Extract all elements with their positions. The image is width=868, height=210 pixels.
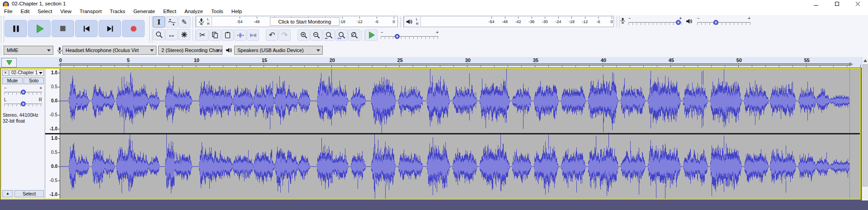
timeline-tick — [860, 65, 861, 67]
play-speed-slider[interactable]: −+ — [381, 30, 439, 40]
skip-to-end-button[interactable] — [99, 20, 121, 37]
trim-outside-selection-icon — [236, 31, 245, 39]
meter-scale-tick — [532, 17, 532, 19]
track-gain-slider-thumb[interactable] — [21, 90, 26, 95]
play-icon — [34, 24, 45, 34]
playback-device-speaker-icon — [225, 46, 232, 54]
timeline[interactable]: 0510152025303540455055 — [0, 57, 868, 68]
track-pan-slider-thumb[interactable] — [21, 101, 26, 106]
meter-db-label: -54 — [486, 19, 497, 24]
zoom-in-icon — [300, 31, 308, 39]
track-gain-slider-min-label: − — [4, 86, 7, 91]
zoom-tool-button[interactable] — [153, 29, 165, 40]
timeline-label: 0 — [59, 57, 62, 63]
timeline-label: 5 — [127, 57, 130, 63]
playback-volume-speaker-icon — [685, 18, 693, 27]
amp-scale-label: -1.0 — [50, 126, 57, 131]
transport-toolbar-gripper[interactable] — [1, 16, 4, 43]
multi-tool-button[interactable] — [178, 29, 190, 40]
amp-scale-label: 0.5 — [51, 150, 57, 155]
track-pan-slider[interactable]: LR — [4, 98, 42, 108]
solo-button[interactable]: Solo — [24, 77, 44, 84]
cut-icon: ✂ — [199, 31, 205, 39]
silence-selection-button[interactable] — [247, 29, 259, 41]
paste-button[interactable] — [222, 29, 234, 41]
menu-item-file[interactable]: File — [0, 8, 17, 15]
menu-item-tools[interactable]: Tools — [207, 8, 227, 15]
recording-device-dropdown[interactable]: Headset Microphone (Oculus Virt — [62, 46, 156, 55]
menu-item-help[interactable]: Help — [227, 8, 246, 15]
maximize-button[interactable] — [826, 0, 847, 8]
scroll-up-arrow-icon[interactable] — [863, 59, 867, 62]
envelope-tool-button[interactable] — [165, 16, 178, 28]
meter-db-label: 0 — [606, 19, 617, 24]
timeline-ruler[interactable]: 0510152025303540455055 — [60, 57, 862, 67]
menu-item-view[interactable]: View — [56, 8, 75, 15]
timeline-label: 55 — [804, 57, 810, 63]
selection-tool-button[interactable]: I — [153, 16, 165, 28]
pause-button[interactable] — [5, 20, 27, 37]
play-button[interactable] — [28, 20, 51, 37]
amp-scale-label: 1.0 — [51, 70, 57, 75]
track-select-button[interactable]: Select — [14, 190, 44, 197]
minimize-button[interactable] — [806, 0, 826, 8]
close-button[interactable] — [847, 0, 868, 8]
zoom-out-button[interactable] — [310, 29, 322, 41]
menu-item-effect[interactable]: Effect — [159, 8, 180, 15]
fit-project-button[interactable] — [335, 29, 348, 41]
skip-to-start-icon — [82, 24, 91, 33]
timeline-scrub-bar[interactable] — [60, 63, 849, 66]
menu-item-edit[interactable]: Edit — [17, 8, 34, 15]
draw-tool-button[interactable]: ✎ — [178, 16, 190, 28]
edit-toolbar-gripper[interactable] — [193, 30, 196, 41]
play-speed-slider-thumb[interactable] — [395, 34, 400, 39]
undo-button[interactable]: ↶ — [266, 29, 278, 41]
skip-to-start-button[interactable] — [75, 20, 98, 37]
playback-meter[interactable]: L R -54-48-42-36-30-24-18-12-60 — [404, 16, 614, 27]
copy-button[interactable] — [209, 29, 221, 41]
recording-volume-slider-thumb[interactable] — [676, 20, 681, 25]
zoom-toggle-button[interactable] — [348, 29, 360, 41]
cut-button[interactable]: ✂ — [196, 29, 208, 41]
toolbar-region: I✎↔ L R -54-48-42-36-30-24-18-12-60 Clic… — [0, 15, 868, 44]
playback-volume-slider[interactable]: −+ — [697, 16, 750, 26]
zoom-toggle-icon — [350, 31, 359, 39]
recording-meter-gripper[interactable] — [193, 16, 196, 28]
vertical-scrollbar[interactable] — [862, 57, 868, 200]
menu-item-select[interactable]: Select — [33, 8, 56, 15]
trim-outside-selection-button[interactable] — [234, 29, 246, 41]
track-gain-slider-plus-label: + — [39, 86, 42, 91]
track-collapse-button[interactable]: ▲ — [2, 190, 13, 197]
playback-meter-gripper[interactable] — [401, 16, 404, 28]
meter-db-label: -6 — [593, 19, 604, 24]
menu-item-analyze[interactable]: Analyze — [180, 8, 207, 15]
timeline-label: 30 — [465, 57, 471, 63]
mute-button[interactable]: Mute — [2, 77, 23, 84]
pinned-play-head-button[interactable] — [1, 58, 17, 67]
record-button[interactable] — [122, 20, 145, 37]
menu-item-transport[interactable]: Transport — [75, 8, 106, 15]
monitoring-tooltip[interactable]: Click to Start Monitoring — [270, 17, 340, 26]
stop-button[interactable] — [52, 20, 74, 37]
track-name-dropdown[interactable]: 02-Chapter 1 — [9, 70, 44, 76]
audio-host-dropdown[interactable]: MME — [4, 46, 53, 55]
time-shift-tool-button[interactable]: ↔ — [165, 29, 178, 40]
vertical-scrollbar-thumb[interactable] — [863, 64, 868, 186]
playback-device-dropdown[interactable]: Speakers (USB Audio Device) — [234, 46, 323, 55]
track-close-button[interactable]: × — [2, 70, 9, 76]
recording-volume-slider[interactable]: −+ — [628, 16, 682, 26]
window-title: 02-Chapter 1, section 1 — [12, 1, 66, 6]
menu-item-tracks[interactable]: Tracks — [106, 8, 129, 15]
fit-selection-icon — [325, 31, 333, 39]
recording-channels-dropdown[interactable]: 2 (Stereo) Recording Chann — [158, 46, 222, 55]
tools-toolbar-gripper[interactable] — [149, 16, 152, 43]
menu-item-generate[interactable]: Generate — [129, 8, 159, 15]
play-at-speed-icon — [367, 31, 376, 39]
fit-project-icon — [338, 31, 346, 39]
track-gain-slider[interactable]: −+ — [4, 86, 42, 96]
zoom-in-button[interactable] — [297, 29, 310, 41]
play-at-speed-button[interactable] — [365, 29, 377, 41]
play-at-speed-gripper[interactable] — [362, 30, 365, 41]
fit-selection-button[interactable] — [323, 29, 335, 41]
draw-icon: ✎ — [181, 19, 187, 25]
